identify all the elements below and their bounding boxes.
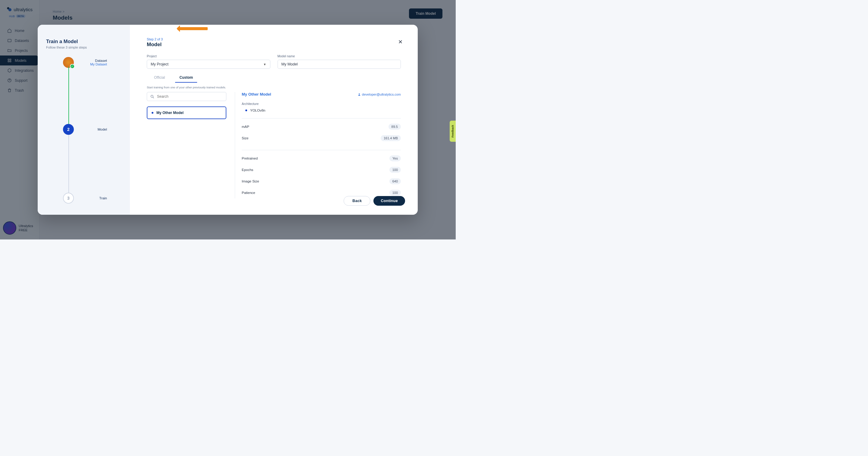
step-pending-circle: 3 — [63, 193, 74, 204]
search-icon — [150, 94, 155, 99]
search-input-wrap[interactable] — [147, 92, 226, 101]
step-2-labels: Model — [98, 127, 107, 131]
step-1-node[interactable]: ✓ — [63, 57, 74, 68]
metric-size: Size 161.4 MB — [242, 133, 401, 144]
annotation-arrow — [178, 27, 208, 30]
search-input[interactable] — [157, 94, 223, 98]
detail-owner: developer@ultralytics.com — [358, 93, 401, 96]
dialog-stepper-panel: Train a Model Follow these 3 simple step… — [38, 25, 130, 215]
step-active-circle: 2 — [63, 124, 74, 135]
dialog-footer: Back Continue — [344, 196, 405, 206]
user-icon — [358, 93, 361, 96]
feedback-label: Feedback — [451, 125, 454, 138]
close-button[interactable]: ✕ — [398, 38, 403, 45]
close-icon: ✕ — [398, 39, 403, 45]
chevron-down-icon: ▼ — [264, 63, 267, 66]
back-button[interactable]: Back — [344, 196, 370, 206]
form-row: Project My Project ▼ Model name — [147, 54, 401, 69]
project-field-group: Project My Project ▼ — [147, 54, 270, 69]
content-row: My Other Model My Other Model developer@… — [147, 92, 401, 198]
model-name-input[interactable] — [278, 60, 401, 69]
divider — [242, 150, 401, 150]
metric-epochs: Epochs 100 — [242, 164, 401, 175]
step-3-labels: Train — [99, 196, 107, 200]
detail-header: My Other Model developer@ultralytics.com — [242, 92, 401, 96]
architecture-label: Architecture — [242, 102, 401, 106]
metric-label: Pretrained — [242, 156, 258, 160]
step-connector-pending — [68, 135, 69, 198]
tab-official[interactable]: Official — [147, 73, 172, 82]
source-tabs: Official Custom — [147, 73, 401, 82]
step-label: Train — [99, 196, 107, 200]
model-name-field-group: Model name — [278, 54, 401, 69]
metric-label: Size — [242, 136, 248, 140]
svg-point-9 — [359, 93, 360, 94]
model-list-item-label: My Other Model — [156, 111, 184, 115]
metric-value: 161.4 MB — [381, 135, 401, 141]
train-model-dialog: Train a Model Follow these 3 simple step… — [38, 25, 418, 215]
metric-label: Epochs — [242, 168, 253, 172]
owner-email: developer@ultralytics.com — [362, 93, 401, 96]
stepper: Dataset My Dataset ✓ Model 2 Train 3 — [46, 57, 121, 202]
step-label: Dataset — [90, 59, 107, 62]
step-label: Model — [98, 127, 107, 131]
step-3-node[interactable]: 3 — [63, 193, 74, 204]
step-value: My Dataset — [90, 62, 107, 66]
svg-point-8 — [151, 95, 153, 97]
metric-map: mAP 89.5 — [242, 121, 401, 133]
metric-label: mAP — [242, 125, 249, 129]
project-label: Project — [147, 54, 270, 58]
dialog-subtitle: Follow these 3 simple steps — [46, 46, 121, 49]
model-name-label: Model name — [278, 54, 401, 58]
dialog-body: Step 2 of 3 Model ✕ Project My Project ▼… — [130, 25, 418, 215]
tab-custom[interactable]: Custom — [172, 73, 200, 82]
metric-value: 640 — [390, 178, 401, 184]
step-2-node[interactable]: 2 — [63, 124, 74, 135]
metric-pretrained: Pretrained Yes — [242, 152, 401, 164]
status-dot-icon — [152, 112, 153, 114]
model-list-item[interactable]: My Other Model — [147, 107, 226, 119]
step-connector-done — [68, 67, 69, 129]
detail-title: My Other Model — [242, 92, 271, 96]
metric-value: 100 — [390, 190, 401, 196]
step-heading: Model — [147, 41, 401, 48]
metric-imgsize: Image Size 640 — [242, 175, 401, 187]
step-indicator: Step 2 of 3 — [147, 37, 401, 41]
metric-label: Image Size — [242, 179, 259, 183]
feedback-tab[interactable]: Feedback — [450, 121, 456, 142]
architecture-row: YOLOv8n — [242, 109, 401, 112]
continue-button[interactable]: Continue — [373, 196, 405, 206]
check-icon: ✓ — [70, 64, 75, 69]
model-detail-column: My Other Model developer@ultralytics.com… — [235, 92, 401, 198]
tab-help-text: Start training from one of your other pr… — [147, 86, 401, 89]
project-select[interactable]: My Project ▼ — [147, 60, 270, 69]
project-value: My Project — [151, 62, 168, 66]
architecture-value: YOLOv8n — [250, 109, 266, 112]
metric-value: 89.5 — [389, 124, 401, 130]
bullet-icon — [245, 110, 247, 111]
metric-value: Yes — [390, 155, 401, 161]
metric-value: 100 — [390, 167, 401, 173]
model-list-column: My Other Model — [147, 92, 226, 198]
dialog-title: Train a Model — [46, 38, 121, 44]
step-1-labels: Dataset My Dataset — [90, 59, 107, 66]
metric-label: Patience — [242, 191, 255, 195]
dataset-thumb: ✓ — [63, 57, 74, 68]
